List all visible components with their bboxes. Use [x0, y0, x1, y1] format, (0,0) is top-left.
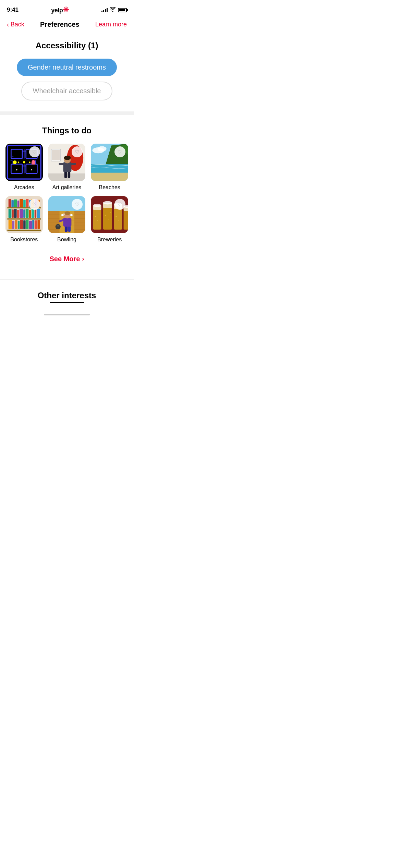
heart-icon-3: ♡: [118, 149, 122, 155]
svg-point-94: [61, 214, 64, 216]
learn-more-button[interactable]: Learn more: [95, 21, 127, 28]
back-label: Back: [11, 21, 24, 28]
arcades-label: Arcades: [14, 184, 34, 191]
see-more-chevron-icon: ›: [82, 255, 84, 263]
svg-rect-64: [26, 209, 29, 218]
svg-point-112: [97, 220, 98, 220]
other-title-underline: [50, 302, 84, 303]
other-interests-title: Other interests: [7, 291, 127, 300]
svg-point-22: [31, 169, 32, 170]
artgallery-label: Art galleries: [52, 184, 81, 191]
svg-rect-62: [20, 209, 23, 218]
bookstores-label: Bookstores: [10, 237, 38, 243]
see-more-button[interactable]: See More ›: [50, 255, 84, 263]
yelp-logo: yelp✳: [51, 5, 69, 14]
battery-icon: [118, 8, 127, 12]
arcades-heart-button[interactable]: ♡: [29, 146, 40, 157]
home-bar: [44, 314, 90, 315]
svg-rect-74: [23, 220, 26, 229]
svg-point-119: [110, 212, 111, 213]
svg-rect-69: [9, 220, 12, 229]
svg-point-118: [108, 219, 109, 219]
breweries-label: Breweries: [97, 237, 122, 243]
svg-rect-98: [68, 226, 71, 232]
svg-rect-78: [35, 220, 37, 229]
svg-point-96: [70, 214, 73, 216]
svg-rect-73: [20, 220, 23, 229]
grid-item-breweries[interactable]: ♡ Breweries: [91, 196, 128, 243]
svg-rect-38: [91, 173, 128, 181]
other-interests-section: Other interests: [0, 279, 134, 311]
svg-rect-59: [12, 209, 13, 218]
grid-item-arcades[interactable]: ♡ Arcades: [5, 144, 43, 191]
heart-icon-2: ♡: [75, 149, 80, 155]
svg-point-12: [18, 161, 19, 163]
chip-gender-neutral[interactable]: Gender neutral restrooms: [17, 59, 117, 76]
svg-rect-49: [14, 199, 17, 207]
svg-point-105: [58, 225, 59, 226]
svg-rect-68: [37, 209, 40, 218]
svg-rect-35: [71, 163, 76, 165]
svg-point-101: [64, 211, 70, 215]
back-chevron-icon: ‹: [7, 21, 9, 28]
svg-rect-48: [11, 200, 14, 207]
svg-point-116: [103, 201, 112, 204]
svg-point-104: [57, 225, 58, 226]
things-to-do-title: Things to do: [5, 126, 128, 135]
see-more-label: See More: [50, 255, 80, 263]
bowling-image: ♡: [48, 196, 86, 233]
things-grid-row1: ♡ Arcades: [5, 144, 128, 191]
svg-rect-61: [17, 210, 20, 218]
svg-rect-99: [63, 218, 71, 227]
accessibility-section: Accessibility (1): [0, 34, 134, 59]
svg-rect-70: [12, 220, 15, 229]
back-button[interactable]: ‹ Back: [7, 21, 24, 28]
grid-item-beach[interactable]: ♡ Beaches: [91, 144, 128, 191]
svg-point-13: [23, 161, 25, 164]
status-time: 9:41: [7, 7, 19, 13]
svg-point-124: [119, 220, 119, 221]
heart-icon: ♡: [32, 149, 37, 155]
svg-point-113: [99, 214, 100, 215]
svg-rect-60: [14, 209, 17, 218]
svg-rect-72: [18, 220, 20, 229]
svg-point-110: [93, 204, 101, 207]
heart-icon-4: ♡: [32, 202, 37, 207]
bowling-label: Bowling: [57, 237, 76, 243]
breweries-heart-button[interactable]: ♡: [114, 199, 125, 210]
heart-icon-6: ♡: [118, 202, 122, 207]
svg-rect-45: [7, 218, 41, 219]
arcades-image: ♡: [5, 144, 43, 181]
svg-point-123: [116, 216, 117, 217]
svg-rect-58: [9, 209, 12, 218]
signal-bars: [101, 8, 108, 12]
grid-item-bookstores[interactable]: ♡ Bookstores: [5, 196, 43, 243]
svg-rect-50: [17, 201, 19, 207]
chip-wheelchair[interactable]: Wheelchair accessible: [21, 82, 113, 100]
bowling-heart-button[interactable]: ♡: [72, 199, 83, 210]
see-more-container: See More ›: [5, 248, 128, 274]
beach-heart-button[interactable]: ♡: [114, 146, 125, 157]
svg-point-117: [105, 215, 106, 216]
svg-point-106: [57, 226, 58, 227]
svg-rect-51: [20, 199, 23, 207]
things-to-do-section: Things to do: [0, 115, 134, 279]
wifi-icon: [110, 7, 116, 13]
svg-rect-75: [26, 220, 29, 229]
svg-rect-65: [29, 210, 31, 218]
page-title: Preferences: [40, 21, 80, 28]
heart-icon-5: ♡: [75, 202, 80, 207]
nav-header: ‹ Back Preferences Learn more: [0, 17, 134, 34]
svg-rect-31: [63, 162, 71, 172]
svg-rect-77: [32, 220, 34, 229]
grid-item-artgallery[interactable]: ♡ Art galleries: [48, 144, 86, 191]
svg-point-21: [16, 169, 17, 170]
bookstores-heart-button[interactable]: ♡: [29, 199, 40, 210]
beach-label: Beaches: [99, 184, 120, 191]
svg-rect-17: [32, 162, 35, 165]
svg-rect-79: [37, 220, 40, 229]
svg-rect-67: [35, 209, 36, 218]
svg-rect-66: [32, 209, 34, 218]
svg-rect-47: [9, 199, 11, 207]
grid-item-bowling[interactable]: ♡ Bowling: [48, 196, 86, 243]
